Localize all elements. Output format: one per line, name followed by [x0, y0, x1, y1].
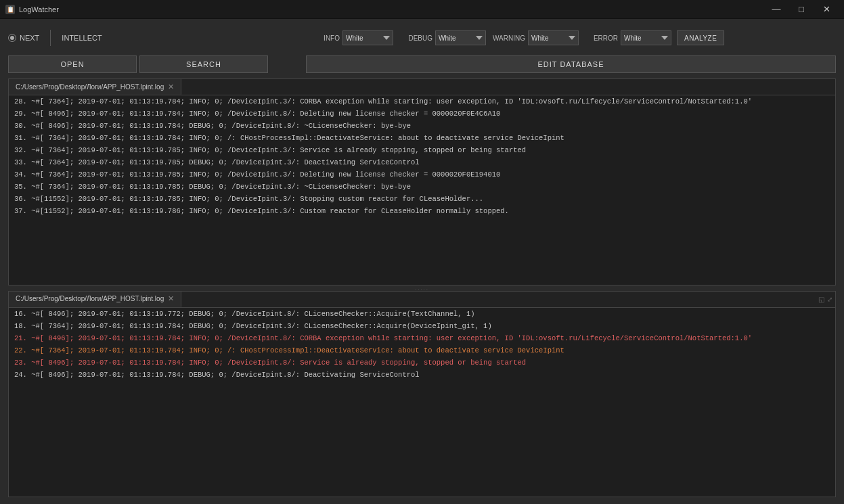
table-row: 21. ~#[ 8496]; 2019-07-01; 01:13:19.784;…: [9, 332, 835, 344]
debug-color-group: DEBUG WhiteRedGreenBlueYellowOrangeGray: [399, 30, 486, 45]
right-controls: INFO WhiteRedGreenBlueYellowOrangeGray D…: [306, 30, 836, 45]
main-content: NEXT INTELLECT INFO WhiteRedGreenBlueYel…: [0, 19, 844, 504]
table-row: 36. ~#[11552]; 2019-07-01; 01:13:19.785;…: [9, 193, 835, 205]
panel2-tab-close[interactable]: ✕: [168, 294, 174, 303]
warning-color-select[interactable]: WhiteRedGreenBlueYellowOrangeGray: [528, 30, 579, 45]
table-row: 18. ~#[ 7364]; 2019-07-01; 01:13:19.784;…: [9, 320, 835, 332]
maximize-button[interactable]: □: [789, 0, 814, 19]
debug-color-select[interactable]: WhiteRedGreenBlueYellowOrangeGray: [435, 30, 486, 45]
log-panel-1: C:/Users/Prog/Desktop/Логи/APP_HOST.Ipin…: [8, 78, 836, 285]
error-color-select[interactable]: WhiteRedGreenBlueYellowOrangeGray: [621, 30, 671, 45]
table-row: 29. ~#[ 8496]; 2019-07-01; 01:13:19.784;…: [9, 108, 835, 120]
table-row: 30. ~#[ 8496]; 2019-07-01; 01:13:19.784;…: [9, 120, 835, 132]
app-icon: 📋: [5, 5, 15, 14]
panel1-tab-close[interactable]: ✕: [168, 83, 174, 91]
search-button[interactable]: SEARCH: [139, 55, 268, 73]
table-row: 28. ~#[ 7364]; 2019-07-01; 01:13:19.784;…: [9, 95, 835, 108]
table-row: 23. ~#[ 8496]; 2019-07-01; 01:13:19.784;…: [9, 357, 835, 369]
table-row: 37. ~#[11552]; 2019-07-01; 01:13:19.786;…: [9, 205, 835, 217]
title-bar: 📋 LogWatcher — □ ✕: [0, 0, 844, 19]
minimize-button[interactable]: —: [764, 0, 789, 19]
table-row: 35. ~#[ 7364]; 2019-07-01; 01:13:19.785;…: [9, 181, 835, 193]
left-controls: NEXT INTELLECT: [8, 30, 306, 46]
analyze-button[interactable]: ANALYZE: [677, 30, 724, 45]
debug-label: DEBUG: [399, 35, 432, 42]
edit-db-area: EDIT DATABASE: [306, 55, 836, 73]
open-button[interactable]: OPEN: [8, 55, 137, 73]
panel-splitter[interactable]: .....: [8, 285, 836, 291]
info-label: INFO: [306, 35, 340, 42]
error-color-group: ERROR WhiteRedGreenBlueYellowOrangeGray: [584, 30, 671, 45]
info-color-group: INFO WhiteRedGreenBlueYellowOrangeGray: [306, 30, 393, 45]
panel2-tab[interactable]: C:/Users/Prog/Desktop/Логи/APP_HOST.Ipin…: [9, 292, 181, 307]
table-row: 22. ~#[ 7364]; 2019-07-01; 01:13:19.784;…: [9, 344, 835, 357]
next-radio-group[interactable]: NEXT: [8, 34, 39, 42]
title-bar-left: 📋 LogWatcher: [5, 5, 59, 14]
close-button[interactable]: ✕: [814, 0, 839, 19]
table-row: 31. ~#[ 7364]; 2019-07-01; 01:13:19.784;…: [9, 132, 835, 144]
next-label: NEXT: [20, 34, 39, 42]
next-radio-button[interactable]: [8, 34, 16, 42]
app-title: LogWatcher: [19, 5, 59, 14]
open-search-controls: OPEN SEARCH: [8, 55, 306, 73]
table-row: 32. ~#[ 7364]; 2019-07-01; 01:13:19.785;…: [9, 144, 835, 156]
panel1-tab[interactable]: C:/Users/Prog/Desktop/Логи/APP_HOST.Ipin…: [9, 79, 181, 95]
table-row: 24. ~#[ 8496]; 2019-07-01; 01:13:19.784;…: [9, 369, 835, 381]
second-row: OPEN SEARCH EDIT DATABASE: [8, 54, 836, 74]
warning-color-group: WARNING WhiteRedGreenBlueYellowOrangeGra…: [491, 30, 579, 45]
table-row: 16. ~#[ 8496]; 2019-07-01; 01:13:19.772;…: [9, 308, 835, 320]
title-bar-controls: — □ ✕: [764, 0, 839, 19]
resize-icon-2[interactable]: ⤢: [827, 296, 832, 303]
table-row: 34. ~#[ 7364]; 2019-07-01; 01:13:19.785;…: [9, 168, 835, 181]
panel1-log-content[interactable]: 28. ~#[ 7364]; 2019-07-01; 01:13:19.784;…: [9, 95, 835, 285]
info-color-select[interactable]: WhiteRedGreenBlueYellowOrangeGray: [342, 30, 393, 45]
panel2-tab-label: C:/Users/Prog/Desktop/Логи/APP_HOST.Ipin…: [16, 295, 164, 302]
panel1-tab-bar: C:/Users/Prog/Desktop/Логи/APP_HOST.Ipin…: [9, 79, 835, 95]
panel1-wrapper: C:/Users/Prog/Desktop/Логи/APP_HOST.Ipin…: [8, 78, 836, 285]
separator-1: [50, 30, 51, 46]
panel2-resize-icons: ◱ ⤢: [816, 296, 835, 303]
resize-icon-1[interactable]: ◱: [818, 296, 824, 303]
table-row: 33. ~#[ 7364]; 2019-07-01; 01:13:19.785;…: [9, 156, 835, 168]
log-panel-2: C:/Users/Prog/Desktop/Логи/APP_HOST.Ipin…: [8, 291, 836, 498]
panel2-log-content[interactable]: 16. ~#[ 8496]; 2019-07-01; 01:13:19.772;…: [9, 308, 835, 497]
panel1-tab-label: C:/Users/Prog/Desktop/Логи/APP_HOST.Ipin…: [16, 83, 164, 91]
intellect-label: INTELLECT: [62, 34, 102, 42]
panel2-tab-bar: C:/Users/Prog/Desktop/Логи/APP_HOST.Ipin…: [9, 292, 835, 308]
error-label: ERROR: [584, 35, 618, 42]
edit-database-button[interactable]: EDIT DATABASE: [306, 55, 836, 73]
panels-container: C:/Users/Prog/Desktop/Логи/APP_HOST.Ipin…: [8, 78, 836, 497]
warning-label: WARNING: [491, 35, 525, 42]
top-controls-row: NEXT INTELLECT INFO WhiteRedGreenBlueYel…: [8, 26, 836, 50]
panel2-wrapper: C:/Users/Prog/Desktop/Логи/APP_HOST.Ipin…: [8, 291, 836, 498]
